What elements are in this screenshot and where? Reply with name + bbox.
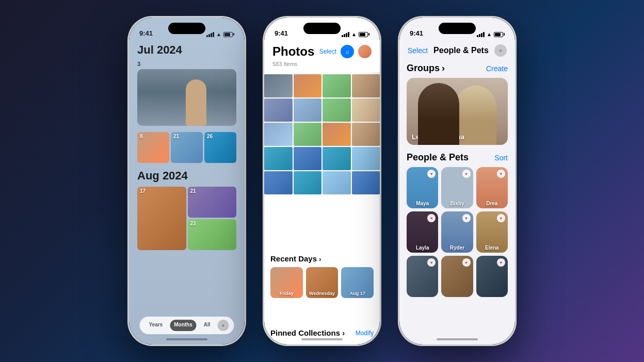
day26-photo[interactable]: 26 [204, 132, 236, 163]
person-card-extra3[interactable]: ♥ [476, 256, 508, 297]
people-pets-title: People & Pets [433, 46, 489, 55]
mosaic-row-4 [264, 147, 380, 170]
recent-days-chevron: › [319, 256, 321, 263]
aug-photo-grid: 17 21 23 [137, 187, 236, 250]
photos-controls: Select ⌕ [319, 45, 372, 58]
recent-thumb-friday[interactable]: Friday [270, 267, 303, 298]
groups-title: Groups › [407, 63, 445, 74]
status-icons-3: ▲ [477, 31, 505, 37]
battery-icon-2 [359, 32, 369, 37]
aug-day17-label: 17 [140, 188, 146, 194]
mosaic-cell-8[interactable] [352, 98, 380, 122]
home-indicator-1 [166, 338, 207, 340]
aug-day21-photo[interactable]: 21 [188, 187, 237, 218]
mosaic-cell-17[interactable] [264, 171, 293, 194]
mosaic-cell-3[interactable] [323, 74, 351, 97]
pinned-collections-title: Pinned Collections › [270, 328, 345, 337]
people-close-button[interactable]: × [494, 44, 507, 57]
home-indicator-3 [437, 338, 478, 340]
person-card-drea[interactable]: ♥ Drea [476, 167, 508, 208]
day3-photo[interactable] [137, 69, 236, 126]
phone3-screen: 9:41 ▲ [399, 18, 515, 344]
status-time-1: 9:41 [139, 29, 153, 37]
recent-thumb-wednesday[interactable]: Wednesday [306, 267, 339, 298]
heart-icon-extra3: ♥ [497, 258, 505, 267]
aug-day17-photo[interactable]: 17 [137, 187, 186, 250]
mosaic-cell-13[interactable] [264, 147, 293, 170]
years-tab[interactable]: Years [144, 320, 167, 331]
photos-title: Photos [272, 44, 314, 59]
person-label-layla: Layla [407, 245, 438, 251]
phone-1: 9:41 ▲ [127, 16, 246, 346]
dynamic-island-3 [439, 23, 476, 34]
status-icons-2: ▲ [342, 31, 369, 37]
photos-select-button[interactable]: Select [319, 48, 336, 55]
mosaic-cell-19[interactable] [323, 171, 351, 194]
leesa-elena-group-card[interactable]: Leesa and Elena [407, 78, 508, 145]
all-tab[interactable]: All [200, 320, 215, 331]
tabs-close-button[interactable]: × [218, 320, 229, 331]
mosaic-cell-5[interactable] [264, 98, 293, 122]
people-pets-grid: ♥ Maya ♥ Bixby ♥ Drea ♥ [407, 167, 508, 297]
person1-silhouette [418, 83, 459, 145]
aug-day21-label: 21 [190, 188, 196, 194]
person-card-maya[interactable]: ♥ Maya [407, 167, 438, 208]
mosaic-cell-20[interactable] [352, 171, 380, 194]
mosaic-cell-9[interactable] [264, 123, 293, 146]
person-label-maya: Maya [407, 201, 438, 206]
day8-photo[interactable]: 8 [137, 132, 169, 163]
user-avatar[interactable] [358, 45, 372, 58]
person-card-layla[interactable]: ♥ Layla [407, 211, 438, 253]
day21-label: 21 [173, 134, 179, 139]
mosaic-cell-18[interactable] [294, 171, 322, 194]
person-card-elena[interactable]: ♥ Elena [476, 211, 508, 253]
modify-button[interactable]: Modify [356, 330, 374, 337]
mosaic-cell-1[interactable] [264, 74, 293, 97]
mosaic-cell-11[interactable] [323, 123, 351, 146]
wifi-icon-1: ▲ [216, 31, 221, 37]
people-select-button[interactable]: Select [408, 46, 428, 55]
person-card-extra1[interactable]: ♥ [407, 256, 438, 297]
person-card-extra2[interactable]: ♥ [441, 256, 473, 297]
person-card-bixby[interactable]: ♥ Bixby [441, 167, 473, 208]
photos-title-row: Photos Select ⌕ [272, 44, 372, 59]
recent-friday-label: Friday [270, 291, 303, 296]
mosaic-cell-15[interactable] [323, 147, 351, 170]
july-days-row: 8 21 26 [137, 132, 236, 163]
mosaic-cell-2[interactable] [294, 74, 322, 97]
aug-2024-title: Aug 2024 [137, 169, 236, 183]
groups-chevron-icon: › [442, 63, 445, 74]
day21-photo[interactable]: 21 [171, 132, 203, 163]
mosaic-row-2 [264, 98, 380, 122]
mosaic-cell-4[interactable] [352, 74, 380, 97]
pinned-collections-section: Pinned Collections › Modify [270, 328, 374, 337]
person-label-ryder: Ryder [441, 245, 473, 251]
aug-day23-photo[interactable]: 23 [188, 219, 237, 250]
heart-icon-elena: ♥ [497, 214, 505, 222]
signal-icon-3 [477, 32, 485, 37]
mosaic-cell-10[interactable] [294, 123, 322, 146]
person-label-drea: Drea [476, 201, 508, 206]
recent-wednesday-label: Wednesday [306, 291, 339, 296]
search-icon: ⌕ [346, 48, 349, 55]
mosaic-cell-7[interactable] [323, 98, 351, 122]
search-button[interactable]: ⌕ [341, 45, 354, 58]
pinned-chevron-icon: › [342, 328, 345, 337]
recent-thumb-aug17[interactable]: Aug 17 [341, 267, 374, 298]
mosaic-row-3 [264, 123, 380, 146]
months-tab[interactable]: Months [170, 320, 197, 331]
mosaic-cell-12[interactable] [352, 123, 380, 146]
status-time-3: 9:41 [410, 29, 423, 37]
mosaic-cell-16[interactable] [352, 147, 380, 170]
sort-button[interactable]: Sort [494, 154, 508, 162]
mosaic-cell-14[interactable] [294, 147, 322, 170]
recent-days-section: Recent Days › Friday Wednesday Aug 17 [264, 254, 380, 298]
create-group-button[interactable]: Create [486, 64, 508, 73]
person-card-ryder[interactable]: ♥ Ryder [441, 211, 473, 253]
day26-label: 26 [207, 134, 213, 139]
photos-header: Photos Select ⌕ 583 Items [264, 40, 380, 72]
mosaic-cell-6[interactable] [294, 98, 322, 122]
dynamic-island-1 [168, 23, 205, 34]
heart-icon-bixby: ♥ [462, 170, 471, 178]
people-pets-section-title: People & Pets [407, 152, 469, 163]
